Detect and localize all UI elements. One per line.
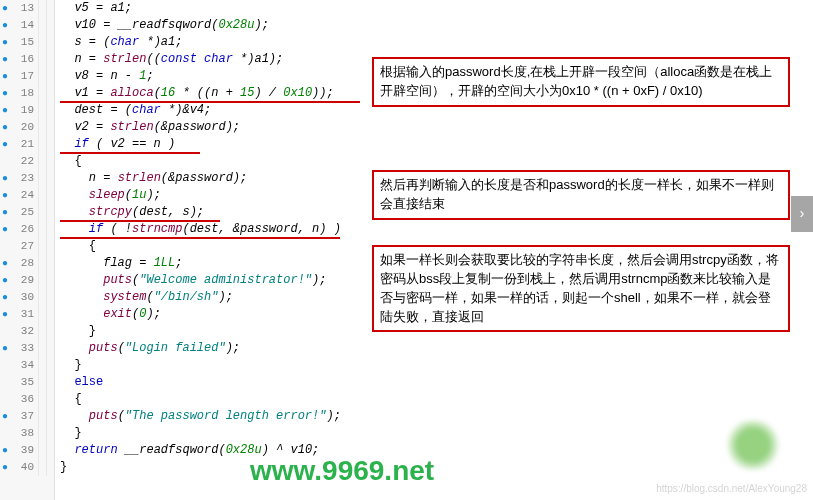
csdn-credit: https://blog.csdn.net/AlexYoung28 [656, 483, 807, 494]
line-number: 15 [10, 34, 38, 51]
code-line: puts("The password length error!"); [60, 408, 810, 425]
breakpoint-dot-icon[interactable]: ● [0, 85, 10, 102]
gutter-row: ●33 [0, 340, 55, 357]
line-number: 16 [10, 51, 38, 68]
code-line: v10 = __readfsqword(0x28u); [60, 17, 810, 34]
breakpoint-dot-icon[interactable]: ● [0, 442, 10, 459]
line-number: 29 [10, 272, 38, 289]
line-number: 13 [10, 0, 38, 17]
gutter-row: ●20 [0, 119, 55, 136]
code-line: s = (char *)a1; [60, 34, 810, 51]
line-number: 33 [10, 340, 38, 357]
gutter-row: ●13 [0, 0, 55, 17]
gutter-row: 38 [0, 425, 55, 442]
line-number: 19 [10, 102, 38, 119]
annotation-text: 然后再判断输入的长度是否和password的长度一样长，如果不一样则会直接结束 [380, 177, 774, 211]
watermark: www.9969.net [250, 455, 434, 487]
line-number: 40 [10, 459, 38, 476]
gutter-row: ●15 [0, 34, 55, 51]
line-number: 24 [10, 187, 38, 204]
gutter-row: 32 [0, 323, 55, 340]
gutter-row: ●39 [0, 442, 55, 459]
breakpoint-dot-icon[interactable]: ● [0, 187, 10, 204]
gutter-row: 35 [0, 374, 55, 391]
line-number: 32 [10, 323, 38, 340]
gutter-row: ●17 [0, 68, 55, 85]
code-line: { [60, 391, 810, 408]
code-line: if ( !strncmp(dest, &password, n) ) [60, 221, 810, 238]
annotation-text: 根据输入的password长度,在栈上开辟一段空间（alloca函数是在栈上开辟… [380, 64, 772, 98]
line-number: 18 [10, 85, 38, 102]
gutter-row: ●26 [0, 221, 55, 238]
annotation-text: 如果一样长则会获取要比较的字符串长度，然后会调用strcpy函数，将密码从bss… [380, 252, 779, 324]
annotation-3: 如果一样长则会获取要比较的字符串长度，然后会调用strcpy函数，将密码从bss… [372, 245, 790, 332]
code-line: v2 = strlen(&password); [60, 119, 810, 136]
breakpoint-dot-icon[interactable]: ● [0, 289, 10, 306]
code-line: else [60, 374, 810, 391]
breakpoint-dot-icon[interactable]: ● [0, 119, 10, 136]
code-line: } [60, 459, 810, 476]
line-number: 30 [10, 289, 38, 306]
line-number: 21 [10, 136, 38, 153]
breakpoint-dot-icon[interactable]: ● [0, 68, 10, 85]
gutter-row: ●37 [0, 408, 55, 425]
gutter-row: ●16 [0, 51, 55, 68]
emphasis-underline [60, 152, 200, 154]
breakpoint-dot-icon[interactable]: ● [0, 102, 10, 119]
gutter-row: ●19 [0, 102, 55, 119]
gutter-rows: ●13●14●15●16●17●18●19●20●2122●23●24●25●2… [0, 0, 55, 476]
annotation-2: 然后再判断输入的长度是否和password的长度一样长，如果不一样则会直接结束 [372, 170, 790, 220]
breakpoint-dot-icon[interactable]: ● [0, 170, 10, 187]
code-line: if ( v2 == n ) [60, 136, 810, 153]
line-number: 23 [10, 170, 38, 187]
code-line: } [60, 357, 810, 374]
gutter-row: ●28 [0, 255, 55, 272]
breakpoint-dot-icon[interactable]: ● [0, 408, 10, 425]
gutter-row: ●18 [0, 85, 55, 102]
breakpoint-dot-icon[interactable]: ● [0, 51, 10, 68]
breakpoint-dot-icon[interactable]: ● [0, 306, 10, 323]
line-number: 20 [10, 119, 38, 136]
emphasis-underline [60, 101, 360, 103]
breakpoint-dot-icon[interactable]: ● [0, 204, 10, 221]
line-number: 22 [10, 153, 38, 170]
line-number: 25 [10, 204, 38, 221]
code-line: return __readfsqword(0x28u) ^ v10; [60, 442, 810, 459]
line-number: 35 [10, 374, 38, 391]
line-number: 38 [10, 425, 38, 442]
line-number: 27 [10, 238, 38, 255]
next-arrow-button[interactable]: › [791, 196, 813, 232]
gutter-row: ●24 [0, 187, 55, 204]
gutter-row: 34 [0, 357, 55, 374]
breakpoint-dot-icon[interactable]: ● [0, 0, 10, 17]
chevron-right-icon: › [798, 206, 806, 222]
gutter-row: ●14 [0, 17, 55, 34]
gutter-row: ●31 [0, 306, 55, 323]
gutter-row: ●30 [0, 289, 55, 306]
line-number: 28 [10, 255, 38, 272]
code-line: } [60, 425, 810, 442]
emphasis-underline [60, 237, 340, 239]
line-number: 26 [10, 221, 38, 238]
breakpoint-dot-icon[interactable]: ● [0, 221, 10, 238]
line-number: 34 [10, 357, 38, 374]
gutter-row: ●40 [0, 459, 55, 476]
breakpoint-dot-icon[interactable]: ● [0, 272, 10, 289]
breakpoint-dot-icon[interactable]: ● [0, 17, 10, 34]
gutter-row: 27 [0, 238, 55, 255]
gutter-row: 36 [0, 391, 55, 408]
breakpoint-dot-icon[interactable]: ● [0, 136, 10, 153]
line-number: 36 [10, 391, 38, 408]
line-number: 31 [10, 306, 38, 323]
gutter-row: 22 [0, 153, 55, 170]
gutter-row: ●21 [0, 136, 55, 153]
gutter-row: ●25 [0, 204, 55, 221]
gutter-row: ●29 [0, 272, 55, 289]
breakpoint-dot-icon[interactable]: ● [0, 340, 10, 357]
green-blob-decoration [723, 420, 783, 470]
breakpoint-dot-icon[interactable]: ● [0, 459, 10, 476]
line-number: 37 [10, 408, 38, 425]
emphasis-underline [60, 220, 220, 222]
breakpoint-dot-icon[interactable]: ● [0, 34, 10, 51]
breakpoint-dot-icon[interactable]: ● [0, 255, 10, 272]
